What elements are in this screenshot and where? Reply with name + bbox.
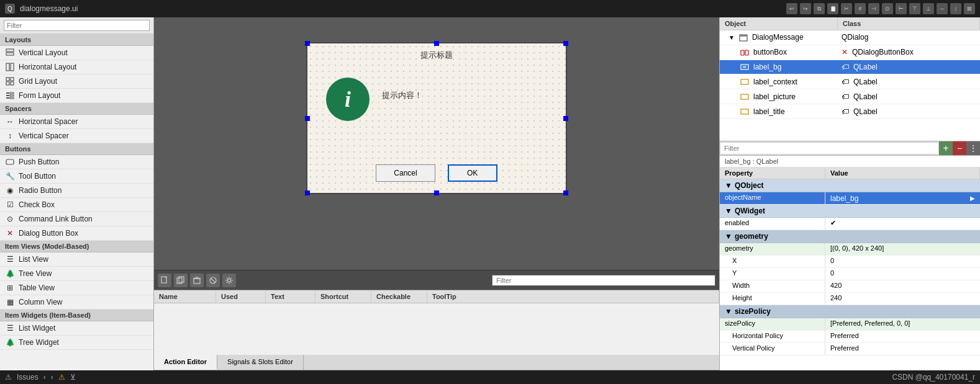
tab-signals-slots[interactable]: Signals & Slots Editor [217, 355, 304, 370]
handle-br[interactable] [563, 190, 568, 195]
prop-row-height[interactable]: Height 240 [720, 293, 980, 305]
prop-row-x[interactable]: X 0 [720, 256, 980, 268]
handle-ml[interactable] [305, 116, 310, 121]
copy-widget-icon[interactable]: ⧉ [814, 3, 825, 14]
tree-arrow-dialog[interactable]: ▼ [728, 34, 735, 41]
gear-action-icon[interactable] [222, 274, 236, 287]
sidebar-item-table-view[interactable]: ⊞ Table View [0, 281, 153, 295]
sidebar-item-vertical-spacer[interactable]: ↕ Vertical Spacer [0, 129, 153, 143]
adjust-icon[interactable]: ⊠ [964, 3, 975, 14]
dialog-canvas[interactable]: 提示标题 i 提示内容！ Cancel OK [306, 42, 567, 194]
forbid-action-icon[interactable] [206, 274, 220, 287]
align-bottom-icon[interactable]: ⊥ [923, 3, 934, 14]
sidebar-item-tool-button[interactable]: 🔧 Tool Button [0, 169, 153, 184]
sidebar-item-horizontal-spacer[interactable]: ↔ Horizontal Spacer [0, 115, 153, 129]
tree-row-label-context[interactable]: label_context 🏷 QLabel [720, 74, 980, 89]
sidebar-item-form-layout[interactable]: Form Layout [0, 89, 153, 103]
new-action-icon[interactable] [158, 274, 171, 287]
sidebar-item-vertical-layout[interactable]: Vertical Layout [0, 46, 153, 60]
action-filter-input[interactable] [492, 275, 715, 286]
status-filter-icon[interactable]: ⊻ [70, 373, 76, 382]
prop-col-value: Value [825, 167, 980, 179]
push-button-label: Push Button [19, 158, 59, 166]
undo-icon[interactable]: ↩ [786, 3, 797, 14]
command-link-icon: ⊙ [5, 214, 15, 224]
align-right-icon[interactable]: ⊢ [896, 3, 907, 14]
qobject-collapse-icon[interactable]: ▼ [725, 181, 732, 190]
sidebar-item-command-link-button[interactable]: ⊙ Command Link Button [0, 212, 153, 226]
ok-button[interactable]: OK [448, 164, 497, 182]
qwidget-collapse-icon[interactable]: ▼ [725, 207, 732, 215]
cut-icon[interactable]: ✂ [841, 3, 852, 14]
svg-rect-26 [745, 50, 748, 55]
paste-widget-icon[interactable]: 📋 [827, 3, 838, 14]
prop-row-objectname[interactable]: objectName label_bg ▶ [720, 192, 980, 205]
sidebar-item-radio-button[interactable]: ◉ Radio Button [0, 184, 153, 198]
copy-action-icon[interactable] [174, 274, 188, 287]
sidebar-item-tree-widget[interactable]: 🌲 Tree Widget [0, 336, 153, 350]
property-table: Property Value ▼ QObject objectName labe… [720, 167, 980, 370]
sidebar-item-list-widget[interactable]: ☰ List Widget [0, 321, 153, 336]
sidebar-item-grid-layout[interactable]: Grid Layout [0, 74, 153, 89]
align-center-h-icon[interactable]: ⊙ [882, 3, 893, 14]
prop-val-objectname[interactable]: label_bg ▶ [825, 192, 980, 204]
handle-mr[interactable] [563, 116, 568, 121]
handle-tc[interactable] [434, 41, 439, 46]
align-top-icon[interactable]: ⊤ [909, 3, 920, 14]
svg-rect-24 [740, 35, 747, 37]
tab-action-editor[interactable]: Action Editor [154, 355, 217, 370]
tree-row-button-box[interactable]: buttonBox ✕ QDialogButtonBox [720, 45, 980, 60]
handle-bl[interactable] [305, 190, 310, 195]
prop-row-enabled[interactable]: enabled ✔ [720, 218, 980, 230]
handle-tr[interactable] [563, 41, 568, 46]
svg-rect-10 [6, 95, 9, 96]
prop-row-geometry[interactable]: geometry [(0, 0), 420 x 240] [720, 243, 980, 256]
geometry-collapse-icon[interactable]: ▼ [725, 232, 732, 241]
distribute-v-icon[interactable]: ↕ [950, 3, 961, 14]
svg-rect-17 [179, 277, 184, 282]
tree-row-label-bg[interactable]: label_bg 🏷 QLabel [720, 60, 980, 75]
property-remove-button[interactable]: − [953, 141, 966, 155]
align-left-icon[interactable]: ⊣ [868, 3, 879, 14]
tree-row-dialog-message[interactable]: ▼ DialogMessage QDialog [720, 30, 980, 45]
geometry-section-label: geometry [735, 232, 768, 241]
prop-row-horizontal-policy[interactable]: Horizontal Policy Preferred [720, 331, 980, 343]
sidebar-item-push-button[interactable]: Push Button [0, 155, 153, 169]
sidebar-item-horizontal-layout[interactable]: Horizontal Layout [0, 60, 153, 74]
tree-row-label-title[interactable]: label_title 🏷 QLabel [720, 104, 980, 119]
grid-icon[interactable]: # [855, 3, 866, 14]
distribute-h-icon[interactable]: ↔ [937, 3, 948, 14]
prop-row-vertical-policy[interactable]: Vertical Policy Preferred [720, 343, 980, 355]
property-menu-button[interactable]: ⋮ [966, 141, 980, 155]
handle-bc[interactable] [434, 190, 439, 195]
status-nav-next[interactable]: › [51, 373, 53, 382]
tree-class-label-context: QLabel [853, 78, 878, 86]
property-label: label_bg : QLabel [720, 156, 980, 167]
status-nav-prev[interactable]: ‹ [43, 373, 46, 382]
sidebar-item-check-box[interactable]: ☑ Check Box [0, 198, 153, 212]
delete-action-icon[interactable] [190, 274, 204, 287]
tree-row-label-picture[interactable]: label_picture 🏷 QLabel [720, 89, 980, 104]
sidebar-item-dialog-button-box[interactable]: ✕ Dialog Button Box [0, 226, 153, 241]
prop-section-geometry: ▼ geometry [720, 230, 980, 243]
property-filter-input[interactable] [720, 142, 939, 154]
prop-name-x: X [720, 256, 825, 267]
property-add-button[interactable]: + [939, 141, 953, 155]
objectname-edit-icon[interactable]: ▶ [970, 195, 975, 202]
sizepolicy-collapse-icon[interactable]: ▼ [725, 307, 732, 316]
prop-val-enabled[interactable]: ✔ [825, 218, 980, 230]
prop-row-y[interactable]: Y 0 [720, 268, 980, 280]
prop-section-qobject: ▼ QObject [720, 179, 980, 192]
cancel-button[interactable]: Cancel [376, 164, 435, 182]
sidebar-item-column-view[interactable]: ▦ Column View [0, 295, 153, 310]
handle-tl[interactable] [305, 41, 310, 46]
dialog-title: 提示标题 [307, 50, 566, 61]
prop-row-sizepolicy[interactable]: sizePolicy [Preferred, Preferred, 0, 0] [720, 318, 980, 331]
sidebar-item-list-view[interactable]: ☰ List View [0, 252, 153, 267]
sidebar-item-tree-view[interactable]: 🌲 Tree View [0, 267, 153, 281]
action-table-area: Name Used Text Shortcut Checkable ToolTi… [154, 290, 719, 370]
prop-row-width[interactable]: Width 420 [720, 280, 980, 293]
left-filter-input[interactable] [4, 20, 150, 31]
svg-rect-3 [11, 63, 14, 71]
redo-icon[interactable]: ↪ [800, 3, 811, 14]
